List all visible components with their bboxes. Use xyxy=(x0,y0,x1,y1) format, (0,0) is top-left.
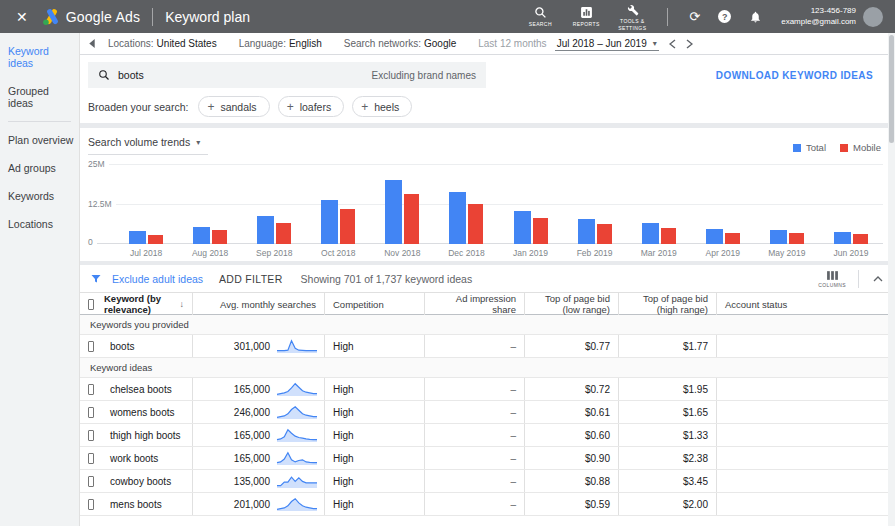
row-checkbox[interactable] xyxy=(88,341,94,352)
column-header-avg-monthly-searches[interactable]: Avg. monthly searches xyxy=(192,293,324,315)
column-header-account-status[interactable]: Account status xyxy=(716,293,895,315)
locations-setting[interactable]: Locations:United States xyxy=(108,38,217,49)
chip-heels[interactable]: +heels xyxy=(352,96,412,117)
account-status-cell xyxy=(716,470,895,492)
chevron-up-icon[interactable] xyxy=(871,274,885,284)
trend-sparkline xyxy=(276,381,318,397)
wrench-icon xyxy=(625,2,639,16)
vertical-scrollbar[interactable] xyxy=(888,33,895,526)
competition-cell: High xyxy=(324,378,424,400)
row-checkbox[interactable] xyxy=(88,453,94,464)
exclude-adult-ideas-link[interactable]: Exclude adult ideas xyxy=(112,273,203,285)
bar-group-jun-2019 xyxy=(819,164,883,244)
close-icon[interactable]: ✕ xyxy=(8,9,36,25)
chip-sandals[interactable]: +sandals xyxy=(198,96,269,117)
row-checkbox[interactable] xyxy=(88,430,94,441)
trend-sparkline xyxy=(276,450,318,466)
row-checkbox[interactable] xyxy=(88,407,94,418)
avg-monthly-searches-cell: 165,000 xyxy=(192,378,324,400)
sidebar-item-keywords[interactable]: Keywords xyxy=(0,182,79,210)
keyword-cell: thigh high boots xyxy=(102,424,192,446)
bar-group-nov-2018 xyxy=(370,164,434,244)
checkbox-cell xyxy=(80,401,102,423)
select-all-checkbox[interactable] xyxy=(88,299,94,310)
bid-high-cell: $2.00 xyxy=(618,493,716,515)
column-header-bid-low[interactable]: Top of page bid (low range) xyxy=(524,293,618,315)
add-filter-button[interactable]: ADD FILTER xyxy=(219,273,282,285)
download-keyword-ideas-link[interactable]: DOWNLOAD KEYWORD IDEAS xyxy=(716,70,887,81)
ad-impression-share-cell: – xyxy=(424,493,524,515)
sidebar-item-keyword-ideas[interactable]: Keyword ideas xyxy=(0,37,79,77)
column-header-bid-high[interactable]: Top of page bid (high range) xyxy=(618,293,716,315)
google-ads-logo-icon xyxy=(42,8,62,26)
x-axis-labels: Jul 2018Aug 2018Sep 2018Oct 2018Nov 2018… xyxy=(114,248,883,258)
notifications-bell-icon[interactable] xyxy=(749,10,762,24)
bar-mobile-feb-2019 xyxy=(597,224,612,244)
account-status-cell xyxy=(716,335,895,357)
bid-low-cell: $0.88 xyxy=(524,470,618,492)
sidebar-item-grouped-ideas[interactable]: Grouped ideas xyxy=(0,77,79,117)
sidebar-item-plan-overview[interactable]: Plan overview xyxy=(0,126,79,154)
avg-monthly-searches-cell: 135,000 xyxy=(192,470,324,492)
help-icon[interactable]: ? xyxy=(718,10,731,23)
account-email: example@gmail.com xyxy=(781,17,856,28)
bar-group-feb-2019 xyxy=(563,164,627,244)
x-axis-label: Jan 2019 xyxy=(498,248,562,258)
section-label: Keywords you provided xyxy=(80,315,895,335)
keyword-search-box[interactable]: Excluding brand names xyxy=(88,62,486,88)
account-info[interactable]: 123-456-789 example@gmail.com xyxy=(781,6,856,28)
broaden-label: Broaden your search: xyxy=(88,101,188,113)
bar-group-may-2019 xyxy=(755,164,819,244)
ad-impression-share-cell: – xyxy=(424,335,524,357)
keyword-cell: womens boots xyxy=(102,401,192,423)
bid-high-cell: $3.45 xyxy=(618,470,716,492)
chevron-down-icon: ▾ xyxy=(653,39,657,48)
chart-type-dropdown[interactable]: Search volume trends ▾ xyxy=(88,136,208,155)
plus-icon: + xyxy=(207,100,214,114)
search-nav-button[interactable]: SEARCH xyxy=(517,6,563,28)
sidebar-item-ad-groups[interactable]: Ad groups xyxy=(0,154,79,182)
total-swatch xyxy=(793,144,801,152)
avg-monthly-searches-cell: 201,000 xyxy=(192,493,324,515)
search-section: Excluding brand names DOWNLOAD KEYWORD I… xyxy=(80,55,895,123)
y-tick-25m: 25M xyxy=(88,159,109,169)
ad-impression-share-cell: – xyxy=(424,470,524,492)
checkbox-cell xyxy=(80,447,102,469)
bid-low-cell: $0.59 xyxy=(524,493,618,515)
scrollbar-thumb[interactable] xyxy=(889,35,894,143)
filter-funnel-icon xyxy=(90,273,102,285)
checkbox-cell xyxy=(80,378,102,400)
range-next-button[interactable] xyxy=(686,39,693,49)
search-input[interactable] xyxy=(118,69,371,81)
reports-nav-button[interactable]: REPORTS xyxy=(563,6,609,28)
date-range-dropdown[interactable]: Jul 2018 – Jun 2019 ▾ xyxy=(555,36,659,51)
bid-high-cell: $1.95 xyxy=(618,378,716,400)
column-header-ad-impression-share[interactable]: Ad impression share xyxy=(424,293,524,315)
keyword-ideas-table-card: Exclude adult ideas ADD FILTER Showing 7… xyxy=(80,265,895,526)
bar-total-feb-2019 xyxy=(578,219,595,244)
row-checkbox[interactable] xyxy=(88,384,94,395)
column-header-keyword[interactable]: Keyword (by relevance)↓ xyxy=(102,293,192,315)
bar-mobile-may-2019 xyxy=(789,233,804,244)
x-axis-label: Dec 2018 xyxy=(434,248,498,258)
language-setting[interactable]: Language:English xyxy=(239,38,322,49)
ad-impression-share-cell: – xyxy=(424,424,524,446)
bar-mobile-jun-2019 xyxy=(853,234,868,244)
range-prev-button[interactable] xyxy=(669,39,676,49)
tools-settings-nav-button[interactable]: TOOLS & SETTINGS xyxy=(609,2,655,31)
section-label: Keyword ideas xyxy=(80,358,895,378)
sidebar-item-locations[interactable]: Locations xyxy=(0,210,79,238)
row-checkbox[interactable] xyxy=(88,476,94,487)
avatar[interactable] xyxy=(863,7,883,27)
x-axis-label: Apr 2019 xyxy=(691,248,755,258)
refresh-icon[interactable]: ⟳ xyxy=(689,9,700,24)
chip-loafers[interactable]: +loafers xyxy=(278,96,345,117)
back-arrow-icon[interactable] xyxy=(88,39,96,48)
columns-button[interactable]: COLUMNS xyxy=(818,270,846,288)
networks-setting[interactable]: Search networks:Google xyxy=(344,38,457,49)
bar-total-dec-2018 xyxy=(449,192,466,244)
table-row: thigh high boots165,000High–$0.60$1.33 xyxy=(80,424,895,447)
column-header-competition[interactable]: Competition xyxy=(324,293,424,315)
row-checkbox[interactable] xyxy=(88,499,94,510)
competition-cell: High xyxy=(324,493,424,515)
